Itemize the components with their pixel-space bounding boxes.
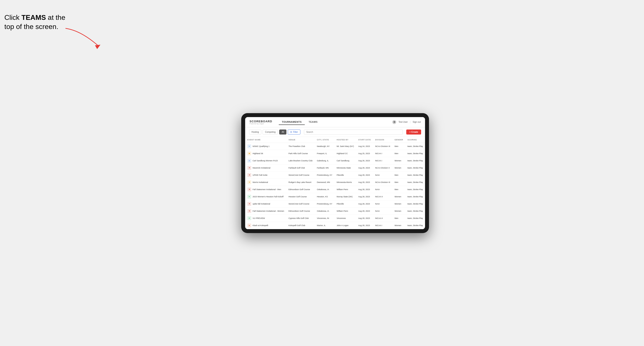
- cell-gender: Men: [392, 178, 405, 186]
- cell-gender: Women: [392, 200, 405, 207]
- cell-start-date: Aug 28, 2023: [356, 222, 373, 229]
- event-name-text: Highland 36: [252, 152, 263, 155]
- cell-city-state: Freeport, IL: [314, 150, 334, 157]
- cell-venue: Cypress Hills Golf Club: [286, 214, 314, 222]
- event-name-text: UPIKE Fall Invite: [252, 174, 268, 176]
- cell-start-date: Aug 28, 2023: [356, 178, 373, 186]
- cell-scoring: team, Stroke Play: [406, 157, 425, 164]
- cell-division: NICAA II: [373, 214, 392, 222]
- cell-city-state: Prestonsburg, KY: [314, 171, 334, 178]
- cell-venue: StoneCrest Golf Course: [286, 171, 314, 178]
- cell-division: NICAA II: [373, 193, 392, 200]
- cell-start-date: Aug 28, 2023: [356, 214, 373, 222]
- cell-city-state: Oskaloosa, IA: [314, 186, 334, 193]
- team-icon: ★: [247, 187, 251, 191]
- nav-tabs: TOURNAMENTS TEAMS: [279, 119, 392, 125]
- hosting-button[interactable]: Hosting: [249, 130, 261, 135]
- cell-city-state: Oskaloosa, IA: [314, 207, 334, 214]
- user-text: Test User: [398, 121, 408, 123]
- cell-start-date: Aug 24, 2023: [356, 143, 373, 150]
- table-row: ▲ Carl Sandburg Women FA23 Lake Bracken …: [245, 157, 425, 164]
- cell-hosted-by: Pikeville: [334, 200, 356, 207]
- tablet-frame: SCOREBOARD Powered by clippit TOURNAMENT…: [241, 113, 429, 233]
- cell-event-name: ● 2023 Women's Hesston Fall Kickoff: [245, 193, 286, 200]
- cell-hosted-by: William Penn: [334, 186, 356, 193]
- col-start-date: START DATE: [356, 137, 373, 143]
- cell-venue: The Powelton Club: [286, 143, 314, 150]
- team-icon: ▲: [247, 159, 251, 163]
- logo-sub: Powered by clippit: [250, 123, 272, 125]
- tab-tournaments[interactable]: TOURNAMENTS: [279, 119, 305, 125]
- cell-venue: StoneCrest Golf Course: [286, 200, 314, 207]
- cell-event-name: ★ Fall Statesmen Invitational - Women: [245, 207, 286, 214]
- table-row: ★ Fall Statesmen Invitational - Women Ed…: [245, 207, 425, 214]
- team-icon: ★: [247, 166, 251, 170]
- cell-scoring: team, Stroke Play: [406, 164, 425, 171]
- cell-venue: Edmundson Golf Course: [286, 186, 314, 193]
- cell-event-name: ● VU PREVIEW: [245, 214, 286, 222]
- cell-hosted-by: Mt. Saint Mary (NY): [334, 143, 356, 150]
- event-name-text: Fall Statesmen Invitational - Men: [252, 188, 281, 190]
- cell-hosted-by: Minnesota-Morris: [334, 178, 356, 186]
- cell-city-state: Deerwood, MN: [314, 178, 334, 186]
- cell-start-date: Aug 28, 2023: [356, 193, 373, 200]
- cell-event-name: ◆ Highland 36: [245, 150, 286, 157]
- cell-city-state: Vincennes, IN: [314, 214, 334, 222]
- cell-scoring: team, Stroke Play: [406, 200, 425, 207]
- cell-city-state: Hesston, KS: [314, 193, 334, 200]
- cell-scoring: team, Stroke Play: [406, 150, 425, 157]
- cell-venue: Faribault Golf Club: [286, 164, 314, 171]
- signout-link[interactable]: Sign out: [412, 121, 421, 123]
- cell-start-date: Aug 26, 2023: [356, 157, 373, 164]
- instruction-bold: TEAMS: [22, 13, 46, 21]
- cell-event-name: ▲ Carl Sandburg Women FA23: [245, 157, 286, 164]
- cell-hosted-by: John A Logan: [334, 222, 356, 229]
- cell-event-name: ▲ Klash at Kokopelli: [245, 222, 286, 229]
- cell-start-date: Aug 28, 2023: [356, 200, 373, 207]
- cell-gender: Women: [392, 164, 405, 171]
- tab-teams[interactable]: TEAMS: [306, 119, 321, 125]
- cell-gender: Women: [392, 222, 405, 229]
- cell-event-name: ● MSMC Qualifying 1: [245, 143, 286, 150]
- create-button[interactable]: + Create: [406, 130, 421, 135]
- cell-division: NAIA: [373, 171, 392, 178]
- event-name-text: Fall Statesmen Invitational - Women: [252, 210, 284, 212]
- team-icon: ◆: [247, 152, 251, 156]
- cell-gender: Men: [392, 171, 405, 178]
- cell-division: NAIA: [373, 200, 392, 207]
- all-button[interactable]: All: [279, 130, 286, 135]
- cell-gender: Women: [392, 207, 405, 214]
- cell-hosted-by: William Penn: [334, 207, 356, 214]
- cell-division: NCAA Division II: [373, 164, 392, 171]
- event-name-text: Morris Invitational: [252, 181, 268, 183]
- filter-icon: ☰: [290, 131, 292, 133]
- cell-gender: Men: [392, 150, 405, 157]
- cell-event-name: ★ Fall Statesmen Invitational - Men: [245, 186, 286, 193]
- cell-city-state: Newburgh, NY: [314, 143, 334, 150]
- search-input[interactable]: [304, 130, 403, 135]
- cell-hosted-by: Highland CC: [334, 150, 356, 157]
- settings-icon[interactable]: ⚙: [392, 120, 396, 124]
- competing-button[interactable]: Competing: [262, 130, 278, 135]
- cell-start-date: Aug 28, 2023: [356, 164, 373, 171]
- col-venue: VENUE: [286, 137, 314, 143]
- instruction-text: Click TEAMS at the top of the screen.: [4, 13, 74, 31]
- filter-button[interactable]: ☰ Filter: [288, 130, 300, 135]
- col-city-state: CITY, STATE: [314, 137, 334, 143]
- event-name-text: Carl Sandburg Women FA23: [252, 160, 278, 162]
- table-row: ★ Morris Invitational Ruttger's Bay Lake…: [245, 178, 425, 186]
- toolbar: Hosting Competing All ☰ Filter + Create: [245, 127, 425, 137]
- table-row: ★ upike fall invitational StoneCrest Gol…: [245, 200, 425, 207]
- event-name-text: Maverick Invitational: [252, 167, 270, 169]
- col-division: DIVISION: [373, 137, 392, 143]
- svg-marker-0: [95, 45, 100, 49]
- table-row: ● 2023 Women's Hesston Fall Kickoff Hess…: [245, 193, 425, 200]
- cell-scoring: team, Stroke Play: [406, 143, 425, 150]
- cell-scoring: team, Stroke Play: [406, 207, 425, 214]
- cell-scoring: team, Stroke Play: [406, 171, 425, 178]
- cell-division: NAIA: [373, 207, 392, 214]
- cell-division: NICAA I: [373, 222, 392, 229]
- cell-scoring: team, Stroke Play: [406, 193, 425, 200]
- cell-venue: Lake Bracken Country Club: [286, 157, 314, 164]
- cell-division: NICAA I: [373, 157, 392, 164]
